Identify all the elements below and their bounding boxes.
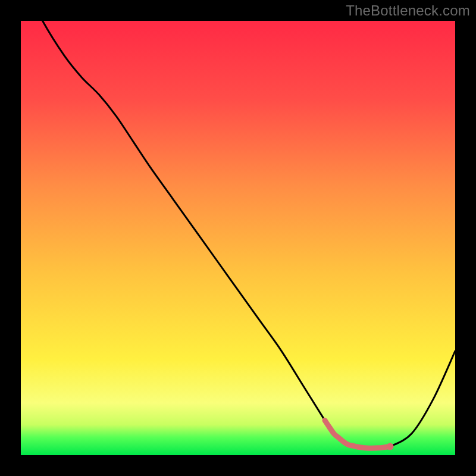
- bottleneck-curve: [21, 21, 455, 455]
- chart-container: TheBottleneck.com: [0, 0, 476, 476]
- optimal-range-marker: [325, 421, 390, 449]
- plot-area: [21, 21, 455, 455]
- optimal-range-end-dot: [387, 443, 394, 450]
- watermark-text: TheBottleneck.com: [346, 2, 470, 19]
